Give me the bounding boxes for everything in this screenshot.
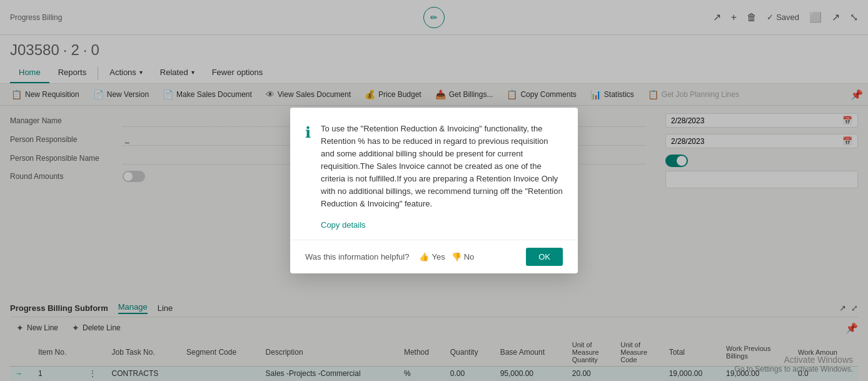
dialog-footer: Was this information helpful? 👍 Yes 👎 No… (290, 240, 578, 273)
dialog-overlay: ℹ To use the "Retention Reduction & Invo… (0, 0, 868, 381)
thumbs-down-icon: 👎 (452, 252, 462, 262)
dialog: ℹ To use the "Retention Reduction & Invo… (290, 108, 578, 274)
dialog-body: ℹ To use the "Retention Reduction & Invo… (290, 108, 578, 240)
dialog-message: To use the "Retention Reduction & Invoic… (321, 123, 563, 211)
helpful-text: Was this information helpful? (305, 252, 409, 262)
thumbs-up-icon: 👍 (419, 252, 429, 262)
yes-label: Yes (431, 252, 445, 262)
yes-button[interactable]: 👍 Yes (419, 252, 445, 262)
no-label: No (464, 252, 475, 262)
no-button[interactable]: 👎 No (452, 252, 475, 262)
dialog-info-icon: ℹ (305, 124, 311, 230)
copy-details-link[interactable]: Copy details (321, 220, 563, 230)
helpful-btns: 👍 Yes 👎 No (419, 252, 474, 262)
ok-button[interactable]: OK (526, 248, 563, 266)
dialog-content: To use the "Retention Reduction & Invoic… (321, 123, 563, 230)
